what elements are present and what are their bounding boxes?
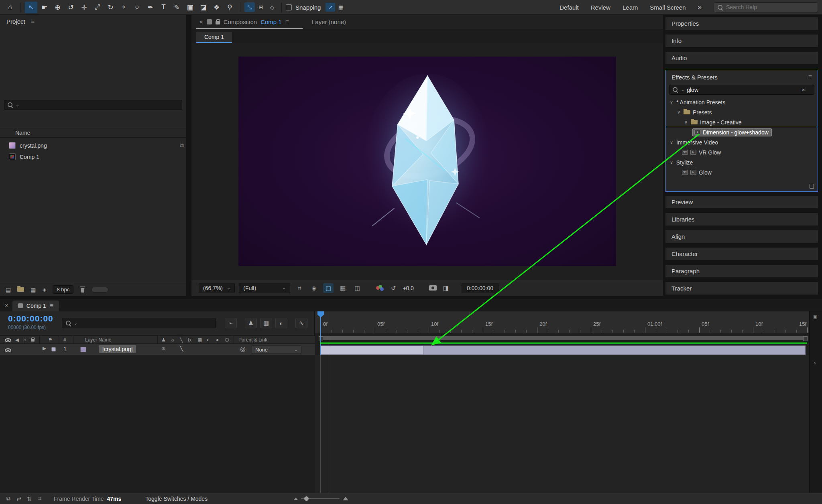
collapse-switch-icon[interactable]: ☼: [171, 337, 175, 343]
layer-quality-icon[interactable]: ╲: [180, 345, 183, 352]
rotation-tool-icon[interactable]: ↻: [104, 2, 117, 13]
frame-blend-switch-icon[interactable]: ▦: [197, 337, 202, 343]
composition-canvas[interactable]: [238, 57, 616, 266]
panel-tab-info[interactable]: Info: [665, 35, 818, 47]
shy-switch-icon[interactable]: ♟: [161, 337, 166, 343]
timeline-tab-comp1[interactable]: Comp 1 ≡: [12, 301, 59, 311]
project-name-column-header[interactable]: Name: [15, 130, 30, 136]
graph-editor-icon[interactable]: ∿: [295, 318, 307, 328]
quality-switch-icon[interactable]: ╲: [180, 337, 183, 343]
exposure-value[interactable]: +0,0: [403, 285, 414, 291]
snapshot-camera-icon[interactable]: [429, 285, 437, 291]
frame-blend-icon[interactable]: ▥: [260, 318, 272, 328]
workspace-learn[interactable]: Learn: [617, 4, 643, 11]
layer-visibility-eye-icon[interactable]: [5, 347, 11, 354]
composition-tab-comp-name[interactable]: Comp 1: [260, 18, 282, 25]
magnification-dropdown[interactable]: (66,7%) ⌄: [199, 283, 235, 293]
tree-item-animation-presets[interactable]: ∨ * Animation Presets: [666, 97, 818, 107]
project-item-comp1[interactable]: Comp 1: [0, 151, 186, 162]
close-icon[interactable]: ×: [5, 302, 8, 309]
mini-flowchart-icon[interactable]: ⌁: [225, 318, 237, 328]
project-settings-icon[interactable]: ◈: [42, 287, 46, 293]
panel-tab-properties[interactable]: Properties: [665, 17, 818, 30]
expand-layers-icon[interactable]: ⧉: [3, 495, 14, 502]
panel-tab-character[interactable]: Character: [665, 248, 818, 260]
dolly-camera-tool-icon[interactable]: ⤢: [91, 2, 104, 13]
color-depth-button[interactable]: 8 bpc: [53, 285, 73, 294]
toggle-switches-modes-button[interactable]: Toggle Switches / Modes: [145, 496, 208, 502]
layer-label-color-swatch[interactable]: [51, 347, 56, 352]
panel-tab-libraries[interactable]: Libraries: [665, 213, 818, 226]
channel-icon[interactable]: [376, 285, 384, 291]
layer-name[interactable]: [crystal.png]: [99, 345, 136, 353]
panel-tab-paragraph[interactable]: Paragraph: [665, 265, 818, 277]
timeline-track-area[interactable]: [315, 355, 809, 493]
clear-search-icon[interactable]: ×: [802, 86, 805, 93]
trash-icon[interactable]: [80, 287, 85, 293]
twirl-down-icon[interactable]: ∨: [676, 110, 681, 115]
viewer-timecode[interactable]: 0:00:00:00: [462, 283, 498, 293]
twirl-down-icon[interactable]: ∨: [669, 140, 674, 145]
pen-tool-icon[interactable]: ✒: [144, 2, 157, 13]
selection-tool-icon[interactable]: ↖: [25, 2, 37, 13]
pan-behind-tool-icon[interactable]: ⌖: [118, 2, 130, 13]
panel-tab-tracker[interactable]: Tracker: [665, 282, 818, 295]
zoom-tool-icon[interactable]: ⊕: [51, 2, 64, 13]
new-composition-icon[interactable]: ▦: [31, 287, 36, 293]
motion-blur-icon[interactable]: ◐: [275, 318, 287, 328]
layer-name-header[interactable]: Layer Name: [85, 337, 111, 343]
timeline-zoom-slider[interactable]: [301, 498, 340, 499]
twirl-down-icon[interactable]: ∨: [669, 100, 674, 105]
project-search-box[interactable]: ⌄: [4, 100, 182, 110]
tree-item-vr-glow[interactable]: 32 fx VR Glow: [666, 147, 818, 157]
home-icon[interactable]: ⌂: [4, 2, 16, 13]
axis-mode-world-icon[interactable]: ⊞: [256, 2, 266, 12]
tree-item-stylize[interactable]: ∨ Stylize: [666, 157, 818, 167]
layer-anchor-icon[interactable]: ⊕: [161, 346, 165, 352]
eraser-tool-icon[interactable]: ◪: [197, 2, 210, 13]
lock-icon[interactable]: [216, 21, 220, 24]
twirl-right-icon[interactable]: ▶: [43, 345, 46, 351]
layer-row-crystal[interactable]: ▶ 1 [crystal.png] ⊕ ╲ @ None ⌄: [0, 344, 315, 355]
pan-camera-tool-icon[interactable]: ✛: [78, 2, 90, 13]
audio-column-icon[interactable]: ◀: [15, 337, 19, 343]
axis-mode-view-icon[interactable]: ◇: [267, 2, 277, 12]
adjustment-switch-icon[interactable]: ●: [216, 337, 219, 343]
reset-exposure-icon[interactable]: ↺: [388, 283, 399, 293]
show-snapshot-icon[interactable]: ◨: [441, 283, 451, 293]
effects-switch-icon[interactable]: fx: [188, 337, 191, 343]
panel-tab-audio[interactable]: Audio: [665, 52, 818, 64]
region-of-interest-icon[interactable]: ▢: [323, 283, 334, 293]
layer-duration-bar[interactable]: [321, 345, 806, 355]
resolution-dropdown[interactable]: (Full) ⌄: [239, 283, 290, 293]
effects-presets-title[interactable]: Effects & Presets: [671, 74, 718, 81]
zoom-in-timeline-icon[interactable]: [343, 497, 348, 500]
twirl-down-icon[interactable]: ∨: [684, 120, 688, 125]
tree-item-image-creative-folder[interactable]: ∨ Image - Creative: [666, 117, 818, 127]
panel-menu-icon[interactable]: ≡: [285, 18, 289, 26]
playhead-line[interactable]: [320, 311, 321, 355]
layer-tab-label[interactable]: Layer (none): [312, 18, 346, 25]
panel-menu-icon[interactable]: ≡: [808, 73, 812, 81]
shape-tool-icon[interactable]: ○: [131, 2, 143, 13]
grid-options-icon[interactable]: ⌗: [294, 283, 305, 293]
in-out-columns-icon[interactable]: ⇄: [14, 496, 24, 502]
orbit-camera-tool-icon[interactable]: ↺: [65, 2, 77, 13]
puppet-pin-tool-icon[interactable]: ⚲: [224, 2, 236, 13]
lock-column-icon[interactable]: [31, 337, 35, 343]
solo-column-icon[interactable]: ○: [23, 337, 26, 343]
axis-mode-local-icon[interactable]: ⤡: [244, 2, 255, 12]
interpret-footage-icon[interactable]: ▤: [6, 287, 11, 293]
timeline-zoom-handle[interactable]: [304, 496, 309, 501]
help-search-box[interactable]: [714, 2, 818, 12]
panel-corner-resize-icon[interactable]: ❏: [809, 183, 814, 190]
work-area-bar[interactable]: [319, 336, 808, 340]
threed-switch-icon[interactable]: ⬡: [225, 337, 229, 343]
draft-3d-icon[interactable]: ♟: [245, 318, 257, 328]
workspace-default[interactable]: Default: [554, 4, 584, 11]
close-icon[interactable]: ×: [199, 18, 203, 25]
help-search-input[interactable]: [726, 4, 806, 10]
workspace-small-screen[interactable]: Small Screen: [644, 4, 691, 11]
panel-tab-align[interactable]: Align: [665, 230, 818, 243]
effects-search-box[interactable]: ⌄ ×: [669, 85, 814, 95]
